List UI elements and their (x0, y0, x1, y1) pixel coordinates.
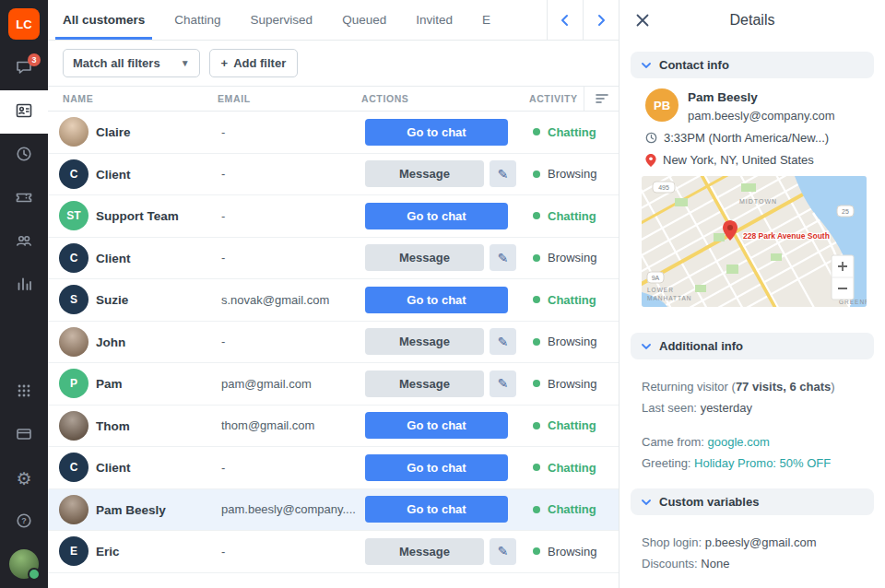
livechat-logo[interactable]: LC (8, 8, 40, 40)
table-row[interactable]: P Pam pam@gmail.com Message ✎ Browsing (48, 363, 619, 406)
contact-avatar: PB (645, 88, 678, 122)
sidebar-item-chats[interactable]: 3 (0, 47, 48, 90)
customer-name: Client (96, 461, 131, 475)
table-row[interactable]: S Suzie s.novak@gmail.com Go to chat Cha… (48, 279, 619, 322)
activity-status: Chatting (548, 125, 596, 139)
contact-email: pam.beesly@company.com (688, 109, 835, 123)
tab-all-customers[interactable]: All customers (48, 0, 159, 40)
tab-chatting[interactable]: Chatting (159, 0, 235, 40)
table-row[interactable]: C Client - Message ✎ Browsing (48, 154, 619, 196)
edit-icon[interactable]: ✎ (490, 370, 516, 397)
customer-email: - (221, 545, 365, 559)
prev-page-button[interactable] (547, 0, 583, 40)
avatar (59, 117, 88, 147)
status-dot (533, 296, 540, 303)
table-row[interactable]: C Client - Go to chat Chatting (48, 447, 619, 489)
bar-chart-icon (15, 275, 33, 297)
column-header-actions[interactable]: ACTIONS (361, 93, 529, 104)
sidebar-item-help[interactable]: ? (0, 500, 48, 544)
match-filters-label: Match all filters (73, 56, 160, 70)
customer-email: s.novak@gmail.com (221, 293, 365, 307)
sidebar-item-tickets[interactable] (0, 177, 48, 220)
tab-invited[interactable]: Invited (401, 0, 467, 40)
customer-name: Pam Beesly (96, 503, 166, 517)
avatar: C (59, 453, 88, 482)
table-row[interactable]: Thom thom@gmail.com Go to chat Chatting (48, 406, 619, 448)
chevron-left-icon (560, 14, 570, 27)
clock-icon (15, 145, 33, 167)
action-button[interactable]: Go to chat (365, 287, 508, 313)
customer-name: Pam (96, 377, 123, 391)
filter-toolbar: Match all filters ▼ + Add filter (48, 41, 619, 86)
action-button[interactable]: Go to chat (365, 203, 508, 229)
add-filter-button[interactable]: + Add filter (209, 49, 299, 77)
match-filters-dropdown[interactable]: Match all filters ▼ (63, 49, 200, 77)
next-page-button[interactable] (583, 0, 619, 40)
add-filter-label: Add filter (233, 56, 286, 70)
chevron-down-icon: ▼ (181, 58, 190, 68)
close-details-button[interactable] (634, 12, 651, 31)
table-row[interactable]: ST Support Team - Go to chat Chatting (48, 195, 619, 238)
table-row[interactable]: Claire - Go to chat Chatting (48, 112, 619, 154)
sidebar-item-billing[interactable] (0, 414, 48, 457)
tab-supervised[interactable]: Supervised (236, 0, 328, 40)
action-button[interactable]: Message (365, 538, 484, 565)
section-label: Additional info (659, 339, 743, 353)
clock-icon (645, 132, 657, 144)
map-pin-label: 228 Park Avenue South (743, 231, 830, 241)
column-header-email[interactable]: EMAIL (218, 93, 361, 104)
table-row[interactable]: John - Message ✎ Browsing (48, 322, 619, 364)
svg-text:9A: 9A (652, 275, 660, 281)
close-icon (636, 14, 649, 27)
customer-email: - (221, 167, 365, 181)
plus-icon: + (221, 56, 229, 70)
road-shield-495: 495 (653, 182, 675, 193)
customer-table: Claire - Go to chat Chatting C Client - … (48, 112, 619, 588)
action-button[interactable]: Message (365, 370, 484, 397)
greeting: Greeting: Holiday Promo: 50% OFF (642, 453, 870, 474)
app-window: LC 3 (0, 0, 885, 588)
contact-location: New York, NY, United States (663, 153, 814, 167)
action-button[interactable]: Message (365, 328, 484, 355)
tab-queued[interactable]: Queued (327, 0, 401, 40)
chevron-down-icon (642, 63, 651, 68)
section-custom-variables[interactable]: Custom variables (631, 488, 874, 515)
customer-name: Client (96, 252, 131, 265)
table-row[interactable]: E Eric - Message ✎ Browsing (48, 531, 619, 573)
action-button[interactable]: Go to chat (365, 412, 508, 439)
action-button[interactable]: Message (365, 160, 484, 187)
profile-avatar[interactable] (9, 549, 39, 579)
sort-button[interactable] (584, 87, 619, 111)
action-button[interactable]: Message (365, 244, 484, 271)
last-seen: Last seen: yesterday (642, 397, 870, 418)
sidebar-item-team[interactable] (0, 220, 48, 264)
avatar: S (59, 285, 88, 314)
edit-icon[interactable]: ✎ (490, 160, 516, 187)
section-label: Custom variables (659, 495, 759, 509)
action-button[interactable]: Go to chat (365, 454, 508, 481)
sidebar-item-settings[interactable]: ⚙ (0, 457, 48, 500)
map[interactable]: 495 25 9A MIDTOWN LOWER MANHATTAN GREENP (642, 176, 867, 307)
came-from: Came from: google.com (642, 431, 870, 453)
table-row[interactable]: C Client - Message ✎ Browsing (48, 238, 619, 280)
action-button[interactable]: Go to chat (365, 496, 508, 523)
status-dot (533, 128, 540, 135)
sidebar-item-reports[interactable] (0, 264, 48, 307)
edit-icon[interactable]: ✎ (490, 538, 516, 565)
shop-login: Shop login: p.beesly@gmail.com (642, 532, 870, 553)
sidebar-item-apps[interactable] (0, 370, 48, 414)
action-button[interactable]: Go to chat (365, 119, 508, 146)
tab-e[interactable]: E (467, 0, 505, 40)
table-row[interactable]: Pam Beesly pam.beesly@company.... Go to … (48, 489, 619, 532)
sidebar-item-archives[interactable] (0, 134, 48, 177)
edit-icon[interactable]: ✎ (490, 244, 516, 271)
section-contact-info[interactable]: Contact info (631, 52, 874, 78)
column-header-name[interactable]: NAME (63, 93, 218, 104)
edit-icon[interactable]: ✎ (490, 328, 516, 355)
avatar (59, 411, 88, 441)
section-additional-info[interactable]: Additional info (631, 333, 874, 359)
came-from-link[interactable]: google.com (708, 435, 770, 449)
column-header-activity[interactable]: ACTIVITY (529, 93, 584, 104)
sidebar-item-customers[interactable] (0, 90, 48, 134)
status-dot (533, 212, 540, 219)
